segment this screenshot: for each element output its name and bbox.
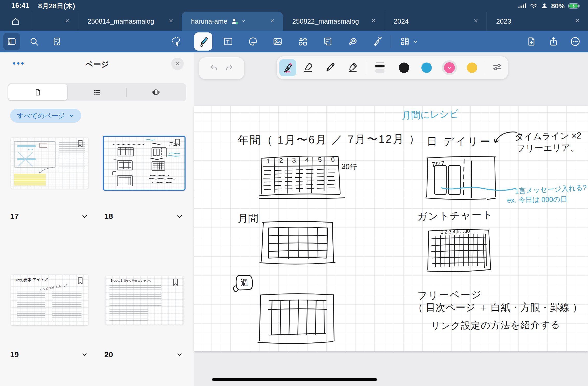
gantt-sketch [426, 230, 490, 272]
laser-pointer-button[interactable] [372, 36, 383, 47]
handwriting-message-2: ex. 今日は 000の日 [507, 195, 568, 205]
close-icon[interactable] [64, 17, 70, 25]
tab-250814-mamasmalog[interactable]: 250814_mamasmalog [78, 12, 182, 31]
share-button[interactable] [548, 36, 559, 47]
highlighter-tool[interactable] [347, 62, 358, 74]
page-filter-dropdown[interactable]: すべてのページ [10, 109, 81, 123]
close-icon[interactable] [168, 17, 174, 25]
thumbnail-arrow [37, 167, 55, 174]
page-number-label: 18 [104, 212, 113, 221]
clock: 16:41 [11, 2, 29, 11]
note-tool-button[interactable] [322, 36, 333, 47]
pen-toolbar [276, 56, 508, 79]
tab-2024[interactable]: 2024 [384, 12, 487, 31]
color-swatch-black[interactable] [399, 63, 409, 73]
undo-button[interactable] [209, 63, 218, 73]
week-sketch [258, 294, 334, 344]
view-mode-thumbnails[interactable] [8, 84, 67, 100]
zoom-window-button[interactable] [347, 36, 359, 47]
tab-label: 250822_mamasmalog [283, 17, 359, 25]
close-icon[interactable] [371, 17, 376, 25]
lasso-button[interactable] [170, 36, 182, 47]
color-swatch-pink-selected[interactable] [442, 60, 457, 75]
thickness-medium-selected[interactable] [375, 65, 385, 67]
image-icon [272, 36, 283, 47]
thumbnail-sketch [14, 141, 56, 168]
fountain-pen-tool[interactable] [279, 59, 296, 76]
color-swatch-cyan[interactable] [421, 63, 432, 73]
page-expand-chevron[interactable] [176, 213, 183, 221]
color-swatch-pink[interactable] [444, 62, 455, 73]
handwriting-year-heading: 年間（ 1月〜6月 ／ 7月〜12月 ） [238, 132, 421, 148]
view-mode-outline[interactable] [67, 84, 126, 100]
thickness-thick[interactable] [375, 69, 385, 73]
undo-redo-group [199, 57, 244, 79]
redo-icon [225, 63, 234, 72]
sidebar-title: ページ [0, 59, 194, 70]
page-filter-label: すべてのページ [17, 111, 65, 120]
more-button[interactable] [570, 36, 581, 47]
page-expand-chevron[interactable] [81, 213, 88, 221]
pen-settings-button[interactable] [492, 62, 502, 73]
elements-button[interactable] [399, 36, 411, 47]
page-overview-button[interactable] [51, 37, 63, 46]
pages-panel-button[interactable] [3, 33, 20, 50]
outline-list-icon [93, 88, 101, 96]
cellular-signal-icon [518, 3, 526, 9]
scroll-indicator[interactable] [212, 378, 377, 381]
timeline-arrow [494, 132, 517, 143]
add-page-icon [526, 36, 536, 47]
image-tool-button[interactable] [272, 36, 283, 47]
page-thumbnail-17[interactable] [11, 137, 88, 189]
sticker-icon [248, 36, 258, 47]
color-swatch-yellow[interactable] [467, 63, 477, 73]
page-expand-chevron[interactable] [176, 351, 183, 359]
tab-2023[interactable]: 2023 [487, 12, 588, 31]
view-mode-horizontal-scroll[interactable] [127, 84, 186, 100]
elements-chevron[interactable] [412, 39, 419, 44]
eraser-tool[interactable] [303, 62, 313, 74]
text-tool-button[interactable] [222, 36, 234, 47]
sticker-tool-button[interactable] [247, 36, 259, 47]
page-thumbnail-18[interactable] [103, 136, 186, 191]
zoom-window-icon [348, 36, 358, 47]
handwriting-daily-heading: 日 デイリー [427, 134, 492, 149]
home-button[interactable] [0, 12, 31, 31]
notebook-page[interactable]: 月間にレシピ 年間（ 1月〜6月 ／ 7月〜12月 ） 1 2 3 4 5 6 … [194, 106, 588, 351]
sidebar-close-button[interactable] [171, 58, 184, 70]
handwriting-gantt-columns: 1|2|3|4|5…30 [441, 228, 470, 235]
add-page-button[interactable] [525, 36, 537, 47]
handwriting-monthly-heading: 月間 [238, 211, 258, 225]
page-expand-chevron[interactable] [81, 351, 88, 359]
redo-button[interactable] [225, 63, 234, 73]
chevron-down-icon[interactable] [241, 17, 246, 25]
tab-haruna-ame[interactable]: haruna-ame [182, 12, 283, 31]
year-col: 5 [318, 156, 322, 164]
search-button[interactable] [28, 37, 40, 46]
handwriting-free-page-2: （ 目次ページ ＋ 白紙・方眼・罫線 ） [413, 301, 582, 314]
year-col: 1 [266, 157, 270, 165]
pen-icon [197, 35, 209, 48]
more-icon [570, 36, 581, 47]
tab-250822-mamasmalog[interactable]: 250822_mamasmalog [283, 12, 384, 31]
close-icon[interactable] [269, 17, 275, 25]
page-thumbnail-20[interactable]: 【ちなみ】必要な画像 コンテンツ [105, 276, 183, 325]
shapes-tool-button[interactable] [297, 36, 309, 47]
close-icon[interactable] [473, 17, 479, 25]
page-number-label: 19 [10, 350, 19, 359]
pen-tool-active-button[interactable] [194, 32, 212, 51]
sliders-icon [492, 62, 502, 72]
page-number-label: 17 [10, 212, 19, 221]
handwriting-monthly-recipe: 月間にレシピ [401, 107, 459, 122]
stroke-thickness-selector[interactable] [375, 62, 385, 73]
status-bar: 16:41 8月28日(木) 80% [0, 0, 588, 12]
page-thumbnail-19[interactable]: +αの要素 アイデア レシピ 365日おみくじ? [11, 275, 88, 325]
bookmark-icon [77, 140, 84, 149]
bookmark-icon [172, 278, 179, 287]
pencil-tool[interactable] [325, 62, 336, 74]
close-icon[interactable] [575, 17, 580, 25]
thickness-thin[interactable] [376, 62, 384, 63]
handwriting-free-page-3: リンク設定の方法を紹介する [431, 319, 560, 332]
tab-untitled[interactable] [31, 12, 78, 31]
horizontal-pages-icon [152, 88, 160, 96]
